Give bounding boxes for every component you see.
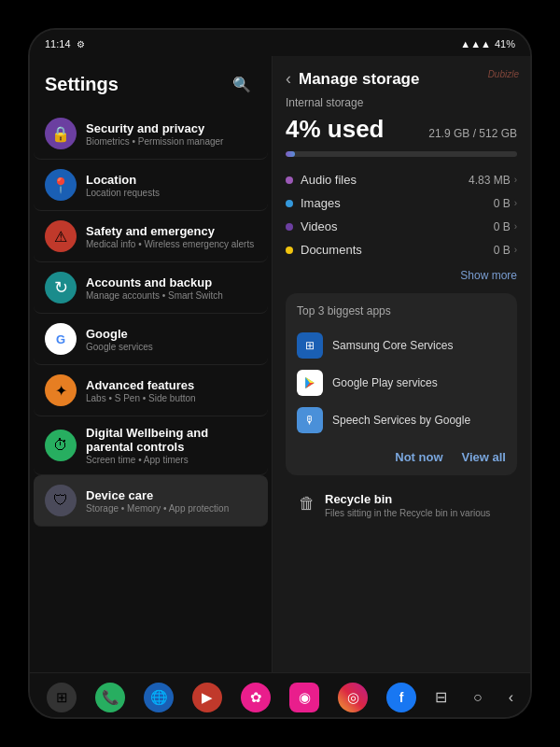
nav-app-camera[interactable]: ◉ (289, 683, 319, 712)
security-sub: Biometrics • Permission manager (86, 136, 257, 147)
advanced-icon: ✦ (45, 374, 77, 406)
internal-label: Internal storage (286, 96, 517, 109)
location-title: Location (86, 173, 257, 187)
nav-app-phone[interactable]: 📞 (95, 683, 125, 712)
speech-icon: 🎙 (297, 407, 323, 433)
settings-title: Settings (45, 74, 119, 95)
safety-sub: Medical info • Wireless emergency alerts (86, 239, 257, 249)
google-title: Google (86, 327, 257, 341)
progress-bar-fill (286, 151, 295, 157)
watermark: Dubizle (488, 69, 519, 79)
view-all-button[interactable]: View all (462, 450, 506, 464)
storage-panel: ‹ Manage storage Internal storage 4% use… (273, 56, 530, 672)
home-button[interactable]: ○ (473, 689, 483, 706)
recent-apps-button[interactable]: ⊟ (435, 688, 447, 706)
audio-dot (286, 176, 293, 184)
recycle-section[interactable]: 🗑 Recycle bin Files sitting in the Recyc… (286, 486, 517, 524)
settings-list: 🔒 Security and privacy Biometrics • Perm… (30, 108, 272, 527)
settings-item-security[interactable]: 🔒 Security and privacy Biometrics • Perm… (34, 108, 268, 160)
not-now-button[interactable]: Not now (395, 450, 442, 464)
audio-size: 4.83 MB› (469, 174, 517, 187)
google-icon: G (45, 323, 77, 355)
images-label: Images (301, 196, 341, 210)
status-right: ▲▲▲ 41% (460, 38, 515, 49)
security-icon: 🔒 (45, 118, 77, 149)
nav-app-youtube[interactable]: ▶ (192, 683, 222, 712)
images-size: 0 B› (494, 197, 517, 210)
location-icon: 📍 (45, 169, 77, 201)
settings-item-safety[interactable]: ⚠ Safety and emergency Medical info • Wi… (34, 211, 268, 262)
apps-card: Top 3 biggest apps ⊞ Samsung Core Servic… (286, 293, 517, 475)
app-row-samsung[interactable]: ⊞ Samsung Core Services (297, 327, 506, 364)
advanced-title: Advanced features (86, 378, 257, 392)
nav-app-facebook[interactable]: f (386, 683, 416, 712)
speech-name: Speech Services by Google (332, 414, 470, 427)
card-actions: Not now View all (297, 446, 506, 464)
advanced-sub: Labs • S Pen • Side button (86, 393, 257, 403)
google-play-name: Google Play services (332, 376, 438, 389)
status-left: 11:14 ⚙ (45, 38, 85, 49)
audio-label: Audio files (301, 173, 357, 187)
settings-header: Settings 🔍 (30, 56, 272, 108)
search-button[interactable]: 🔍 (227, 69, 257, 99)
phone-frame: 11:14 ⚙ ▲▲▲ 41% Settings 🔍 🔒 Security an… (28, 28, 532, 719)
usage-percent: 4% used (286, 115, 385, 144)
device-title: Device care (86, 488, 257, 502)
nav-app-bixby[interactable]: ✿ (241, 683, 271, 712)
bottom-nav: ⊞ 📞 🌐 ▶ ✿ ◉ ◎ f ⊟ ○ ‹ (30, 672, 530, 719)
samsung-name: Samsung Core Services (332, 339, 453, 352)
app-row-google-play[interactable]: Google Play services (297, 364, 506, 402)
safety-title: Safety and emergency (86, 224, 257, 238)
back-nav-button[interactable]: ‹ (509, 689, 513, 706)
documents-dot (286, 247, 293, 254)
nav-system-buttons: ⊟ ○ ‹ (435, 688, 513, 706)
documents-label: Documents (301, 243, 362, 257)
status-time: 11:14 (45, 38, 71, 49)
videos-dot (286, 223, 293, 231)
back-button[interactable]: ‹ (286, 69, 291, 89)
security-title: Security and privacy (86, 121, 257, 135)
storage-row-documents[interactable]: Documents 0 B› (286, 238, 517, 261)
nav-app-menu[interactable]: ⊞ (47, 683, 77, 712)
device-sub: Storage • Memory • App protection (86, 503, 257, 514)
safety-icon: ⚠ (45, 220, 77, 252)
documents-size: 0 B› (494, 244, 517, 257)
status-settings-icon: ⚙ (77, 39, 85, 49)
apps-card-title: Top 3 biggest apps (297, 304, 506, 317)
storage-row-audio[interactable]: Audio files 4.83 MB› (286, 168, 517, 191)
storage-items: Audio files 4.83 MB› Images 0 B› (286, 168, 517, 261)
accounts-sub: Manage accounts • Smart Switch (86, 290, 257, 301)
accounts-title: Accounts and backup (86, 275, 257, 289)
samsung-icon: ⊞ (297, 332, 323, 359)
storage-row-videos[interactable]: Videos 0 B› (286, 215, 517, 238)
nav-app-browser[interactable]: 🌐 (144, 683, 174, 712)
videos-size: 0 B› (494, 220, 517, 233)
storage-row-images[interactable]: Images 0 B› (286, 191, 517, 215)
videos-label: Videos (301, 219, 338, 233)
main-content: Settings 🔍 🔒 Security and privacy Biomet… (30, 56, 530, 672)
accounts-icon: ↻ (45, 272, 77, 303)
status-bar: 11:14 ⚙ ▲▲▲ 41% (30, 30, 530, 56)
settings-item-wellbeing[interactable]: ⏱ Digital Wellbeing and parental control… (34, 416, 268, 475)
nav-app-instagram[interactable]: ◎ (338, 683, 368, 712)
app-row-speech[interactable]: 🎙 Speech Services by Google (297, 402, 506, 439)
settings-item-device[interactable]: 🛡 Device care Storage • Memory • App pro… (34, 475, 268, 527)
storage-progress-bar (286, 151, 517, 157)
google-play-icon (297, 370, 323, 396)
battery-level: 41% (495, 38, 515, 49)
settings-panel: Settings 🔍 🔒 Security and privacy Biomet… (30, 56, 273, 672)
images-dot (286, 200, 293, 207)
storage-body: Internal storage 4% used 21.9 GB / 512 G… (273, 96, 530, 672)
settings-item-location[interactable]: 📍 Location Location requests (34, 160, 268, 211)
storage-panel-title: Manage storage (299, 70, 419, 89)
location-sub: Location requests (86, 188, 257, 198)
settings-item-accounts[interactable]: ↻ Accounts and backup Manage accounts • … (34, 262, 268, 314)
settings-item-google[interactable]: G Google Google services (34, 314, 268, 365)
recycle-icon: 🗑 (299, 494, 315, 514)
google-sub: Google services (86, 342, 257, 352)
show-more-button[interactable]: Show more (286, 269, 517, 282)
recycle-title: Recycle bin (325, 492, 490, 506)
settings-item-advanced[interactable]: ✦ Advanced features Labs • S Pen • Side … (34, 365, 268, 416)
recycle-sub: Files sitting in the Recycle bin in vari… (325, 508, 490, 518)
usage-gb: 21.9 GB / 512 GB (428, 127, 517, 140)
